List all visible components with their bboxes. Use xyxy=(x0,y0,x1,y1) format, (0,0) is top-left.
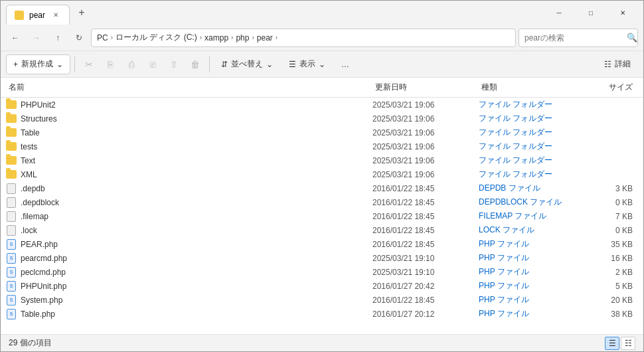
file-type: ファイル フォルダー xyxy=(479,127,585,138)
sort-button[interactable]: ⇵ 並べ替え ⌄ xyxy=(214,54,280,74)
new-tab-button[interactable]: + xyxy=(72,3,91,22)
breadcrumb-item-pear[interactable]: pear xyxy=(257,33,273,43)
file-name-text: pearcmd.php xyxy=(21,254,67,263)
file-date: 2025/03/21 19:10 xyxy=(372,268,479,277)
folder-icon xyxy=(6,156,17,165)
minimize-button[interactable]: ─ xyxy=(544,3,574,23)
file-size: 5 KB xyxy=(585,282,638,291)
file-name-text: System.php xyxy=(21,296,62,305)
list-item[interactable]: S pearcmd.php 2025/03/21 19:10 PHP ファイル … xyxy=(1,251,643,265)
folder-icon xyxy=(6,128,17,137)
list-item[interactable]: S PEAR.php 2016/01/22 18:45 PHP ファイル 35 … xyxy=(1,237,643,251)
details-button[interactable]: ☷ 詳細 xyxy=(597,54,638,74)
window-controls: ─ □ ✕ xyxy=(544,3,638,23)
generic-file-icon xyxy=(7,211,16,222)
file-icon-wrap xyxy=(6,155,17,166)
breadcrumb-item-pc[interactable]: PC xyxy=(97,33,108,43)
file-name-text: Table xyxy=(21,128,40,137)
file-name-text: .filemap xyxy=(21,212,48,221)
file-name: S System.php xyxy=(6,295,372,306)
view-button[interactable]: ☰ 表示 ⌄ xyxy=(282,54,333,74)
new-item-button[interactable]: + 新規作成 ⌄ xyxy=(6,54,70,74)
list-item[interactable]: S Table.php 2016/01/27 20:12 PHP ファイル 38… xyxy=(1,307,643,321)
file-type: DEPDBLOCK ファイル xyxy=(479,197,585,208)
list-item[interactable]: XML 2025/03/21 19:06 ファイル フォルダー xyxy=(1,167,643,181)
rename-button[interactable]: ⎚ xyxy=(143,54,163,74)
file-date: 2016/01/22 18:45 xyxy=(372,198,479,207)
file-name: Structures xyxy=(6,114,372,124)
breadcrumb-item-disk[interactable]: ローカル ディスク (C:) xyxy=(116,32,197,43)
share-button[interactable]: ⇧ xyxy=(164,54,184,74)
list-item[interactable]: .depdblock 2016/01/22 18:45 DEPDBLOCK ファ… xyxy=(1,195,643,209)
more-button[interactable]: … xyxy=(334,54,357,74)
maximize-button[interactable]: □ xyxy=(576,3,606,23)
list-item[interactable]: .depdb 2016/01/22 18:45 DEPDB ファイル 3 KB xyxy=(1,181,643,195)
active-tab[interactable]: pear ✕ xyxy=(6,5,70,25)
title-bar: pear ✕ + ─ □ ✕ xyxy=(1,1,643,25)
breadcrumb-item-php[interactable]: php xyxy=(236,33,249,43)
tab-close-button[interactable]: ✕ xyxy=(50,10,61,21)
details-view-button[interactable]: ☷ xyxy=(621,337,635,350)
list-item[interactable]: Structures 2025/03/21 19:06 ファイル フォルダー xyxy=(1,112,643,126)
back-button[interactable]: ← xyxy=(6,29,25,47)
file-date: 2016/01/22 18:45 xyxy=(372,226,479,235)
file-size: 35 KB xyxy=(585,240,638,249)
list-item[interactable]: S peclcmd.php 2025/03/21 19:10 PHP ファイル … xyxy=(1,265,643,279)
search-input[interactable] xyxy=(524,33,624,43)
file-name: .depdblock xyxy=(6,197,372,208)
search-icon[interactable]: 🔍 xyxy=(627,33,637,43)
list-item[interactable]: Text 2025/03/21 19:06 ファイル フォルダー xyxy=(1,153,643,167)
file-date: 2025/03/21 19:06 xyxy=(372,114,479,124)
cut-button[interactable]: ✂ xyxy=(79,54,99,74)
file-date: 2016/01/27 20:12 xyxy=(372,309,479,319)
view-label: 表示 xyxy=(299,58,315,70)
refresh-button[interactable]: ↻ xyxy=(70,29,88,47)
col-date[interactable]: 更新日時 xyxy=(372,80,479,94)
breadcrumb-item-xampp[interactable]: xampp xyxy=(204,33,228,43)
file-icon-wrap xyxy=(6,197,17,208)
list-item[interactable]: S PHPUnit.php 2016/01/27 20:42 PHP ファイル … xyxy=(1,279,643,293)
up-button[interactable]: ↑ xyxy=(48,29,67,47)
forward-button[interactable]: → xyxy=(27,29,46,47)
paste-button[interactable]: ⎙ xyxy=(121,54,141,74)
col-name[interactable]: 名前 xyxy=(6,80,372,94)
file-date: 2016/01/22 18:45 xyxy=(372,296,479,305)
folder-icon xyxy=(6,100,17,109)
list-item[interactable]: PHPUnit2 2025/03/21 19:06 ファイル フォルダー xyxy=(1,98,643,112)
tab-area: pear ✕ + xyxy=(6,1,538,25)
file-size: 38 KB xyxy=(585,309,638,319)
file-size: 0 KB xyxy=(585,226,638,235)
file-type: PHP ファイル xyxy=(479,280,585,292)
list-item[interactable]: Table 2025/03/21 19:06 ファイル フォルダー xyxy=(1,126,643,139)
file-size: 0 KB xyxy=(585,198,638,207)
details-icon: ☷ xyxy=(604,60,611,69)
file-type: ファイル フォルダー xyxy=(479,141,585,152)
delete-button[interactable]: 🗑 xyxy=(185,54,205,74)
file-icon-wrap: S xyxy=(6,239,17,250)
list-item[interactable]: .filemap 2016/01/22 18:45 FILEMAP ファイル 7… xyxy=(1,209,643,223)
address-bar: ← → ↑ ↻ PC › ローカル ディスク (C:) › xampp › ph… xyxy=(1,25,643,51)
file-name-text: .lock xyxy=(21,226,37,235)
file-date: 2025/03/21 19:06 xyxy=(372,156,479,165)
php-file-icon: S xyxy=(7,281,16,292)
close-button[interactable]: ✕ xyxy=(607,3,638,23)
list-item[interactable]: .lock 2016/01/22 18:45 LOCK ファイル 0 KB xyxy=(1,223,643,237)
col-size[interactable]: サイズ xyxy=(585,80,638,94)
file-name: .depdb xyxy=(6,183,372,194)
file-date: 2025/03/21 19:06 xyxy=(372,100,479,110)
file-name: XML xyxy=(6,169,372,180)
list-view-button[interactable]: ☰ xyxy=(605,337,619,350)
list-item[interactable]: S System.php 2016/01/22 18:45 PHP ファイル 2… xyxy=(1,293,643,307)
list-item[interactable]: tests 2025/03/21 19:06 ファイル フォルダー xyxy=(1,139,643,153)
file-list-container[interactable]: 名前 更新日時 種類 サイズ PHPUnit2 2025/03/21 19:06… xyxy=(1,78,643,334)
file-type: PHP ファイル xyxy=(479,266,585,278)
toolbar-separator-1 xyxy=(74,56,75,72)
copy-button[interactable]: ⎘ xyxy=(100,54,120,74)
file-name: Text xyxy=(6,155,372,166)
file-type: PHP ファイル xyxy=(479,294,585,306)
file-type: PHP ファイル xyxy=(479,238,585,250)
file-name: Table xyxy=(6,128,372,138)
folder-icon xyxy=(6,142,17,151)
file-icon-wrap: S xyxy=(6,267,17,278)
col-type[interactable]: 種類 xyxy=(479,80,585,94)
